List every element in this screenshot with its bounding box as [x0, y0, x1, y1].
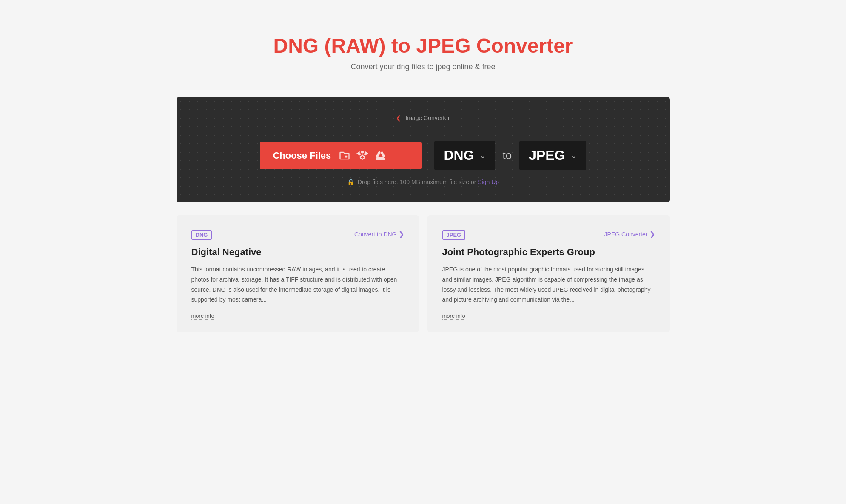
drop-info: 🔒 Drop files here. 100 MB maximum file s…: [189, 179, 657, 185]
upload-icons: [339, 150, 386, 162]
converter-controls: Choose Files: [189, 141, 657, 170]
to-label: to: [503, 149, 512, 162]
drop-info-text: Drop files here. 100 MB maximum file siz…: [358, 179, 476, 185]
sign-up-link[interactable]: Sign Up: [478, 179, 499, 185]
jpeg-badge: JPEG: [442, 230, 466, 240]
jpeg-converter-link[interactable]: JPEG Converter ❯: [604, 230, 655, 238]
source-format-label: DNG: [444, 148, 474, 163]
breadcrumb-label: Image Converter: [405, 114, 450, 121]
dng-info-card: DNG Convert to DNG ❯ Digital Negative Th…: [177, 215, 419, 332]
jpeg-more-info-link[interactable]: more info: [442, 313, 465, 320]
header-section: DNG (RAW) to JPEG Converter Convert your…: [177, 17, 670, 97]
target-format-button[interactable]: JPEG ⌄: [519, 141, 586, 170]
drive-icon: [374, 150, 386, 162]
info-cards: DNG Convert to DNG ❯ Digital Negative Th…: [177, 215, 670, 332]
folder-upload-icon: [339, 150, 350, 162]
breadcrumb-arrow-icon: ❮: [396, 114, 401, 121]
jpeg-converter-label: JPEG Converter: [604, 231, 648, 238]
target-format-chevron-icon: ⌄: [570, 151, 577, 160]
page-title: DNG (RAW) to JPEG Converter: [177, 34, 670, 57]
dng-card-description: This format contains uncompressed RAW im…: [191, 265, 404, 305]
breadcrumb: ❮ Image Converter: [396, 114, 450, 121]
convert-to-dng-link[interactable]: Convert to DNG ❯: [354, 230, 404, 238]
convert-link-arrow-icon: ❯: [399, 230, 404, 238]
choose-files-label: Choose Files: [273, 150, 331, 161]
page-subtitle: Convert your dng files to jpeg online & …: [177, 63, 670, 71]
jpeg-card-header: JPEG JPEG Converter ❯: [442, 230, 655, 247]
convert-to-dng-label: Convert to DNG: [354, 231, 397, 238]
dng-more-info-link[interactable]: more info: [191, 313, 214, 320]
dng-badge: DNG: [191, 230, 212, 240]
jpeg-card-title: Joint Photographic Experts Group: [442, 247, 655, 258]
choose-files-button[interactable]: Choose Files: [260, 142, 422, 169]
dropbox-icon: [356, 150, 368, 162]
dng-card-title: Digital Negative: [191, 247, 404, 258]
format-selector: DNG ⌄ to JPEG ⌄: [434, 141, 586, 170]
breadcrumb-bar: ❮ Image Converter: [189, 114, 657, 128]
target-format-label: JPEG: [529, 148, 565, 163]
source-format-chevron-icon: ⌄: [479, 151, 486, 160]
jpeg-card-description: JPEG is one of the most popular graphic …: [442, 265, 655, 305]
dng-card-header: DNG Convert to DNG ❯: [191, 230, 404, 247]
jpeg-info-card: JPEG JPEG Converter ❯ Joint Photographic…: [427, 215, 670, 332]
source-format-button[interactable]: DNG ⌄: [434, 141, 495, 170]
converter-tool: ❮ Image Converter Choose Files: [177, 97, 670, 202]
jpeg-link-arrow-icon: ❯: [649, 230, 655, 238]
lock-icon: 🔒: [347, 179, 354, 185]
